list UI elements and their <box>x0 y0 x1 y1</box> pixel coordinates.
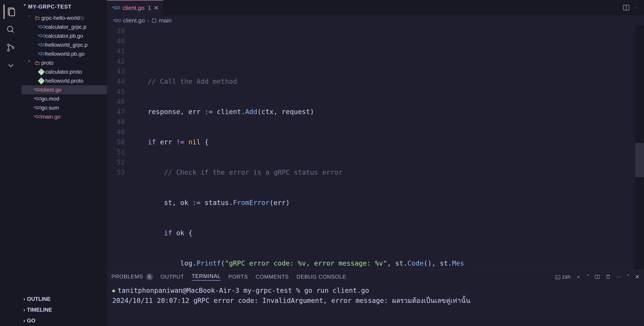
go-file-icon: ⁼GO <box>33 87 41 92</box>
file-main-go[interactable]: ⁼GO main.go <box>22 112 107 121</box>
tab-debug-console[interactable]: DEBUG CONSOLE <box>296 274 346 280</box>
svg-rect-10 <box>556 276 560 279</box>
svg-rect-9 <box>152 19 156 22</box>
proto-file-icon <box>37 78 45 83</box>
tab-output[interactable]: OUTPUT <box>160 274 184 280</box>
file-calculator-proto[interactable]: calculator.proto <box>22 67 107 76</box>
project-header[interactable]: ˅ MY-GRPC-TEST <box>22 0 107 14</box>
folder-grpc-hello-world[interactable]: ˅ 🗀 grpc-hello-world/p <box>22 14 107 22</box>
close-icon[interactable]: ✕ <box>154 4 159 12</box>
code-editor[interactable]: 394041424344454647484950515253 // Call t… <box>107 26 644 270</box>
chevron-right-icon: › <box>147 17 149 24</box>
folder-open-icon: 🗀 <box>33 60 41 66</box>
code-content: // Call the Add method response, err := … <box>132 26 635 270</box>
svg-point-2 <box>8 26 12 32</box>
symbol-icon <box>151 18 157 23</box>
panel-timeline[interactable]: › TIMELINE <box>22 304 107 315</box>
close-panel-icon[interactable]: ✕ <box>635 274 640 280</box>
file-go-sum[interactable]: ⁼GO go.sum <box>22 103 107 112</box>
problems-badge: 5 <box>146 274 153 280</box>
maximize-panel-icon[interactable]: ˄ <box>627 274 630 280</box>
go-sum-icon: ⁼GO <box>33 105 41 110</box>
panel-outline[interactable]: › OUTLINE <box>22 294 107 304</box>
project-name: MY-GRPC-TEST <box>28 4 72 10</box>
bottom-panel: PROBLEMS 5 OUTPUT TERMINAL PORTS COMMENT… <box>107 270 644 326</box>
folder-open-icon: 🗀 <box>33 15 41 21</box>
chevron-down-icon: ˅ <box>28 15 33 21</box>
terminal[interactable]: ●tanitphonpaniwan@MacBook-Air-3 my-grpc-… <box>107 284 644 326</box>
file-tree: ˅ 🗀 grpc-hello-world/p ⁼GO calculator_gr… <box>22 14 107 294</box>
go-file-icon: ⁼GO <box>37 24 45 30</box>
file-helloworld-grpc[interactable]: ⁼GO helloworld_grpc.p <box>22 40 107 50</box>
source-control-icon[interactable] <box>4 40 18 55</box>
go-file-icon: ⁼GO <box>112 6 120 10</box>
tab-client-go[interactable]: ⁼GO client.go 1 ✕ <box>107 0 163 15</box>
explorer-sidebar: ˅ MY-GRPC-TEST ˅ 🗀 grpc-hello-world/p ⁼G… <box>22 0 107 326</box>
chevron-down-icon[interactable] <box>4 58 18 73</box>
search-icon[interactable] <box>4 22 18 37</box>
go-file-icon: ⁼GO <box>37 34 45 38</box>
chevron-right-icon: › <box>23 318 25 324</box>
go-file-icon: ⁼GO <box>37 42 45 47</box>
svg-rect-1 <box>10 9 14 16</box>
more-actions-icon[interactable]: ⋯ <box>635 6 638 10</box>
panel-go[interactable]: › GO <box>22 315 107 326</box>
tab-ports[interactable]: PORTS <box>228 274 248 280</box>
folder-proto[interactable]: ˅ 🗀 proto <box>22 58 107 67</box>
file-helloworld-pb[interactable]: ⁼GO helloworld.pb.go <box>22 50 107 58</box>
go-file-icon: ⁼GO <box>33 114 41 119</box>
terminal-shell-picker[interactable]: zsh <box>555 274 570 280</box>
activity-bar <box>0 0 22 326</box>
explorer-icon[interactable] <box>4 4 18 19</box>
file-client-go[interactable]: ⁼GO client.go <box>22 85 107 94</box>
tab-terminal[interactable]: TERMINAL <box>192 273 221 281</box>
svg-point-5 <box>8 50 10 51</box>
breadcrumb[interactable]: ⁼GO client.go › main <box>107 15 644 26</box>
file-helloworld-proto[interactable]: helloworld.proto <box>22 76 107 85</box>
chevron-right-icon: › <box>23 296 25 302</box>
new-terminal-icon[interactable]: ＋ <box>576 273 581 280</box>
minimap[interactable] <box>635 26 644 270</box>
file-calculator-pb[interactable]: ⁼GO calculator.pb.go <box>22 32 107 40</box>
more-terminal-actions-icon[interactable]: ⋯ <box>616 274 622 280</box>
minimap-slider[interactable] <box>635 143 644 177</box>
prompt-indicator-icon: ● <box>112 287 115 294</box>
line-gutter: 394041424344454647484950515253 <box>107 26 132 270</box>
problem-count-badge: 1 <box>148 4 151 12</box>
terminal-dropdown-icon[interactable]: ˅ <box>586 274 589 280</box>
tab-actions: ⋯ <box>618 0 644 15</box>
chevron-down-icon: ˅ <box>23 4 26 10</box>
chevron-down-icon: ˅ <box>28 60 33 66</box>
panel-tab-bar: PROBLEMS 5 OUTPUT TERMINAL PORTS COMMENT… <box>107 270 644 284</box>
kill-terminal-icon[interactable] <box>606 274 611 280</box>
split-terminal-icon[interactable] <box>594 274 600 280</box>
tab-comments[interactable]: COMMENTS <box>256 274 289 280</box>
svg-point-4 <box>8 44 10 46</box>
chevron-right-icon: › <box>23 307 25 313</box>
svg-line-3 <box>12 31 14 32</box>
file-go-mod[interactable]: ⁼GO go.mod <box>22 94 107 103</box>
go-mod-icon: ⁼GO <box>33 96 41 101</box>
file-calculator-grpc[interactable]: ⁼GO calculator_grpc.p <box>22 22 107 32</box>
split-editor-icon[interactable] <box>623 4 630 11</box>
tab-bar: ⁼GO client.go 1 ✕ ⋯ <box>107 0 644 15</box>
editor-group: ⁼GO client.go 1 ✕ ⋯ ⁼GO client.go › main… <box>107 0 644 326</box>
proto-file-icon <box>37 70 45 74</box>
tab-problems[interactable]: PROBLEMS 5 <box>112 274 153 280</box>
go-file-icon: ⁼GO <box>37 52 45 56</box>
go-file-icon: ⁼GO <box>112 18 121 23</box>
